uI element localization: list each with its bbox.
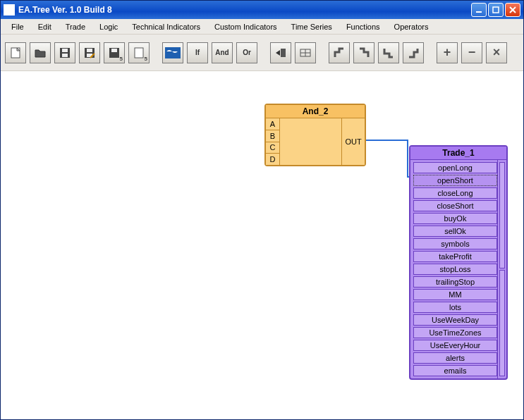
menu-technical-indicators[interactable]: Technical Indicators bbox=[126, 20, 207, 33]
menu-edit[interactable]: Edit bbox=[32, 20, 58, 33]
node-and-inputs: ABCD bbox=[266, 118, 280, 165]
svg-rect-17 bbox=[165, 47, 181, 58]
minimize-button[interactable] bbox=[471, 3, 487, 17]
node-and-body bbox=[280, 118, 342, 165]
step-b-icon[interactable] bbox=[353, 42, 374, 63]
world-icon[interactable] bbox=[162, 42, 183, 63]
svg-rect-18 bbox=[281, 49, 286, 57]
trade-port-symbols[interactable]: symbols bbox=[413, 238, 497, 249]
menu-logic[interactable]: Logic bbox=[93, 20, 124, 33]
node-and[interactable]: And_2 ABCD OUT bbox=[264, 104, 366, 166]
trade-port-lots[interactable]: lots bbox=[413, 302, 497, 313]
close-action-icon[interactable]: × bbox=[486, 42, 507, 63]
new-icon[interactable] bbox=[5, 42, 26, 63]
minus-icon[interactable]: − bbox=[461, 42, 482, 63]
trade-port-stoploss[interactable]: stopLoss bbox=[413, 264, 497, 275]
save-edit-icon[interactable] bbox=[79, 42, 100, 63]
menu-custom-indicators[interactable]: Custom Indicators bbox=[208, 20, 284, 33]
trade-port-useeveryhour[interactable]: UseEveryHour bbox=[413, 340, 497, 351]
svg-marker-6 bbox=[35, 50, 45, 57]
menu-functions[interactable]: Functions bbox=[340, 20, 386, 33]
node-trade-ports: openLongopenShortcloseLongcloseShortbuyO… bbox=[410, 160, 497, 378]
node-trade-outcol bbox=[497, 160, 506, 378]
svg-rect-8 bbox=[62, 49, 68, 52]
node-trade-outport[interactable] bbox=[499, 270, 505, 376]
export5a-icon[interactable]: 5 bbox=[104, 42, 125, 63]
trade-port-mm[interactable]: MM bbox=[413, 289, 497, 300]
wire-segment bbox=[366, 140, 408, 141]
window-buttons bbox=[471, 3, 520, 17]
titlebar: EA.Tree Ver. 1.0 Build 8 bbox=[1, 1, 523, 19]
svg-rect-1 bbox=[493, 7, 499, 13]
panel-icon[interactable] bbox=[295, 42, 316, 63]
menu-trade[interactable]: Trade bbox=[59, 20, 92, 33]
menubar: FileEditTradeLogicTechnical IndicatorsCu… bbox=[1, 19, 523, 35]
node-trade[interactable]: Trade_1 openLongopenShortcloseLongcloseS… bbox=[409, 145, 508, 380]
or-icon[interactable]: Or bbox=[236, 42, 257, 63]
trade-port-openlong[interactable]: openLong bbox=[413, 162, 497, 173]
step-d-icon[interactable] bbox=[403, 42, 424, 63]
and-input-b[interactable]: B bbox=[266, 130, 279, 142]
trade-port-emails[interactable]: emails bbox=[413, 365, 497, 376]
svg-rect-11 bbox=[87, 49, 92, 52]
and-input-a[interactable]: A bbox=[266, 118, 279, 130]
svg-marker-19 bbox=[276, 50, 280, 56]
svg-rect-9 bbox=[62, 54, 68, 57]
trade-port-takeprofit[interactable]: takeProfit bbox=[413, 251, 497, 262]
node-trade-title: Trade_1 bbox=[410, 147, 506, 160]
menu-file[interactable]: File bbox=[5, 20, 30, 33]
toolbar: 55IfAndOr+−× bbox=[1, 35, 523, 71]
and-icon[interactable]: And bbox=[212, 42, 233, 63]
trade-port-alerts[interactable]: alerts bbox=[413, 352, 497, 364]
trade-port-openshort[interactable]: openShort bbox=[413, 175, 497, 186]
window-title: EA.Tree Ver. 1.0 Build 8 bbox=[18, 5, 471, 15]
trade-port-buyok[interactable]: buyOk bbox=[413, 213, 497, 224]
node-trade-outport[interactable] bbox=[499, 162, 505, 268]
if-icon[interactable]: If bbox=[187, 42, 208, 63]
trade-port-usetimezones[interactable]: UseTimeZones bbox=[413, 327, 497, 338]
close-button[interactable] bbox=[505, 3, 520, 17]
trade-port-sellok[interactable]: sellOk bbox=[413, 226, 497, 237]
export5b-icon[interactable]: 5 bbox=[128, 42, 150, 63]
svg-rect-0 bbox=[476, 11, 482, 13]
trade-port-closelong[interactable]: closeLong bbox=[413, 187, 497, 199]
and-input-c[interactable]: C bbox=[266, 142, 279, 154]
step-c-icon[interactable] bbox=[378, 42, 399, 63]
step-a-icon[interactable] bbox=[329, 42, 350, 63]
svg-rect-15 bbox=[111, 49, 117, 52]
app-icon bbox=[4, 4, 15, 16]
menu-time-series[interactable]: Time Series bbox=[285, 20, 339, 33]
save-icon[interactable] bbox=[54, 42, 75, 63]
wire-segment bbox=[407, 140, 408, 176]
node-and-title: And_2 bbox=[266, 105, 365, 118]
menu-operators[interactable]: Operators bbox=[388, 20, 435, 33]
node-and-out[interactable]: OUT bbox=[342, 118, 365, 165]
svg-rect-16 bbox=[135, 48, 143, 58]
arrow-in-icon[interactable] bbox=[270, 42, 291, 63]
trade-port-closeshort[interactable]: closeShort bbox=[413, 200, 497, 211]
open-icon[interactable] bbox=[30, 42, 51, 63]
plus-icon[interactable]: + bbox=[437, 42, 458, 63]
trade-port-trailingstop[interactable]: trailingStop bbox=[413, 276, 497, 288]
canvas[interactable]: And_2 ABCD OUT Trade_1 openLongopenShort… bbox=[1, 71, 523, 419]
trade-port-useweekday[interactable]: UseWeekDay bbox=[413, 314, 497, 326]
and-input-d[interactable]: D bbox=[266, 154, 279, 165]
maximize-button[interactable] bbox=[488, 3, 504, 17]
